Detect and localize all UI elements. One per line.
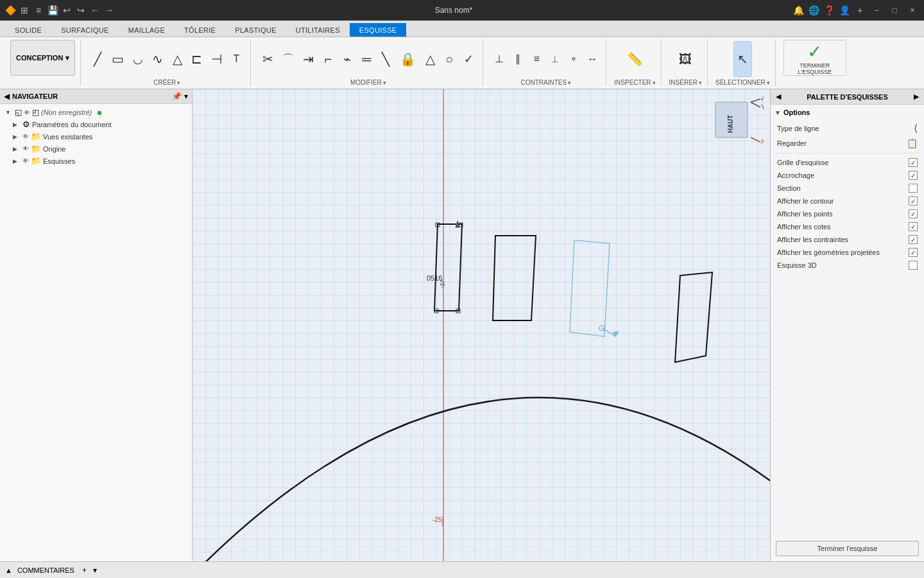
- comments-collapse-btn[interactable]: ▲: [5, 566, 12, 574]
- redo-icon[interactable]: ↪: [76, 5, 86, 15]
- maximize-btn[interactable]: □: [888, 4, 901, 17]
- nav-options-btn[interactable]: ▾: [184, 92, 188, 101]
- creer-mirror-btn[interactable]: ⊣: [207, 41, 226, 77]
- tab-maillage[interactable]: MAILLAGE: [119, 23, 175, 37]
- creer-slot-btn[interactable]: ⊏: [187, 41, 206, 77]
- modifier-check-btn[interactable]: ✓: [459, 41, 477, 77]
- contrainte-4[interactable]: ⟂: [547, 51, 563, 67]
- tab-surfacique[interactable]: SURFACIQUE: [51, 23, 119, 37]
- modifier-dash-btn[interactable]: ═: [357, 41, 375, 77]
- nav-collapse-btn[interactable]: ◀: [4, 92, 10, 101]
- modifier-tri-btn[interactable]: △: [421, 41, 439, 77]
- nav-item-params[interactable]: ▶ ⚙ Paramètres du document: [3, 118, 189, 130]
- creer-rect-btn[interactable]: ▭: [108, 41, 128, 77]
- nav-pin-btn[interactable]: 📌: [172, 92, 182, 101]
- inserer-label[interactable]: INSÉRER ▾: [669, 79, 702, 86]
- palette-esquisse3d: Esquisse 3D: [774, 259, 920, 272]
- svg-text:HAUT: HAUT: [727, 115, 734, 133]
- palette-grille-checkbox[interactable]: [909, 158, 918, 167]
- palette-contour-checkbox[interactable]: [909, 197, 918, 206]
- svg-text:X: X: [761, 138, 764, 145]
- palette-esquisse3d-checkbox[interactable]: [909, 261, 918, 270]
- palette-cotes-checkbox[interactable]: [909, 222, 918, 231]
- palette-section-checkbox[interactable]: [909, 184, 918, 193]
- back-icon[interactable]: ←: [90, 5, 100, 15]
- tab-solide[interactable]: SOLIDE: [5, 23, 51, 37]
- nav-tree: ▼ ◱ 👁 ◰ (Non enregistré) ⏺ ▶ ⚙ Paramètre…: [0, 104, 192, 561]
- save-icon[interactable]: 💾: [47, 5, 58, 15]
- creer-spline-btn[interactable]: ∿: [148, 41, 167, 77]
- forward-icon[interactable]: →: [104, 5, 114, 15]
- comments-options-btn[interactable]: ▾: [93, 566, 97, 575]
- new-tab-icon[interactable]: +: [855, 5, 865, 15]
- creer-text-btn[interactable]: T: [227, 41, 245, 77]
- modifier-fillet-btn[interactable]: ⌐: [319, 41, 337, 77]
- help-icon[interactable]: ❓: [824, 5, 834, 15]
- palette-type-ligne-icon[interactable]: ⟨: [914, 122, 918, 134]
- palette-expand-btn[interactable]: ▶: [914, 92, 919, 101]
- terminer-check-icon: ✓: [807, 41, 822, 62]
- tab-utilitaires[interactable]: UTILITAIRES: [286, 23, 350, 37]
- contrainte-2[interactable]: ∥: [509, 51, 526, 67]
- contraintes-label[interactable]: CONTRAINTES ▾: [521, 79, 572, 86]
- modifier-cut-btn[interactable]: ✂: [259, 41, 277, 77]
- creer-arrow: ▾: [177, 80, 180, 86]
- nav-item-vues[interactable]: ▶ 👁 📁 Vues existantes: [3, 130, 189, 143]
- palette-contraintes-checkbox[interactable]: [909, 235, 918, 244]
- nav-item-esquisses[interactable]: ▶ 👁 📁 Esquisses: [3, 155, 189, 167]
- palette-regarder-icon[interactable]: 📋: [907, 138, 918, 148]
- notification-icon[interactable]: 🔔: [793, 5, 803, 15]
- modifier-arc-btn[interactable]: ⌒: [278, 41, 298, 77]
- contrainte-5[interactable]: ∘: [565, 51, 582, 67]
- selectionner-btn[interactable]: ↖: [733, 41, 752, 77]
- creer-triangle-btn[interactable]: △: [168, 41, 186, 77]
- user-icon[interactable]: 👤: [839, 5, 850, 15]
- conception-dropdown[interactable]: CONCEPTION ▾: [10, 40, 75, 76]
- contrainte-3[interactable]: ≡: [528, 51, 545, 67]
- inspecter-label[interactable]: INSPECTER ▾: [614, 79, 655, 86]
- canvas-area[interactable]: -37 0516 -25 HAUT Z Y: [193, 89, 770, 561]
- modifier-line-btn[interactable]: ╲: [377, 41, 395, 77]
- creer-arc-btn[interactable]: ◡: [129, 41, 147, 77]
- selectionner-label[interactable]: SÉLECTIONNER ▾: [715, 79, 770, 86]
- modifier-trim-btn[interactable]: ⌁: [338, 41, 356, 77]
- creer-line-btn[interactable]: ╱: [89, 41, 107, 77]
- palette-accrochage-checkbox[interactable]: [909, 171, 918, 180]
- conception-label: CONCEPTION: [16, 54, 63, 62]
- titlebar: 🔶 ⊞ ≡ 💾 ↩ ↪ ← → Sans nom* 🔔 🌐 ❓ 👤 + − □ …: [0, 0, 924, 21]
- tab-plastique[interactable]: PLASTIQUE: [225, 23, 286, 37]
- palette-projetes-checkbox[interactable]: [909, 248, 918, 257]
- windows-icon[interactable]: ⊞: [19, 5, 30, 15]
- palette-points-checkbox[interactable]: [909, 209, 918, 218]
- contrainte-1[interactable]: ⊥: [491, 51, 508, 67]
- nav-item-root[interactable]: ▼ ◱ 👁 ◰ (Non enregistré) ⏺: [3, 107, 189, 118]
- palette-collapse-btn[interactable]: ◀: [776, 92, 781, 101]
- nav-vues-folder-icon: 📁: [31, 132, 41, 141]
- close-btn[interactable]: ×: [906, 4, 919, 17]
- terminer-btn[interactable]: ✓ TERMINER L'ESQUISSE: [783, 40, 846, 76]
- comments-add-btn[interactable]: +: [82, 566, 87, 575]
- tab-tolerie[interactable]: TÔLERIE: [175, 23, 225, 37]
- inspecter-arrow: ▾: [653, 80, 656, 86]
- palette-terminer-btn[interactable]: Terminer l'esquisse: [776, 541, 919, 556]
- svg-line-19: [751, 102, 760, 107]
- tab-esquisse[interactable]: ESQUISSE: [350, 23, 407, 37]
- modifier-extend-btn[interactable]: ⇥: [299, 41, 318, 77]
- palette-section-options-header[interactable]: ▼ Options: [774, 109, 920, 116]
- menu-icon[interactable]: ≡: [33, 5, 44, 15]
- contrainte-6[interactable]: ↔: [584, 51, 601, 67]
- inserer-img-btn[interactable]: 🖼: [675, 41, 696, 77]
- nav-record-btn[interactable]: ⏺: [96, 109, 103, 116]
- nav-root-eye-icon[interactable]: 👁: [24, 109, 30, 116]
- modifier-label[interactable]: MODIFIER ▾: [350, 79, 386, 86]
- nav-item-origine[interactable]: ▶ 👁 📁 Origine: [3, 143, 189, 155]
- modifier-circle-btn[interactable]: ○: [440, 41, 458, 77]
- online-icon[interactable]: 🌐: [809, 5, 819, 15]
- palette-points-label: Afficher les points: [777, 210, 909, 218]
- modifier-lock-btn[interactable]: 🔒: [396, 41, 420, 77]
- comments-bar: ▲ COMMENTAIRES + ▾: [0, 561, 924, 578]
- inspecter-measure-btn[interactable]: 📏: [623, 41, 647, 77]
- minimize-btn[interactable]: −: [870, 4, 883, 17]
- creer-label[interactable]: CRÉER ▾: [153, 79, 180, 86]
- undo-icon[interactable]: ↩: [62, 5, 72, 15]
